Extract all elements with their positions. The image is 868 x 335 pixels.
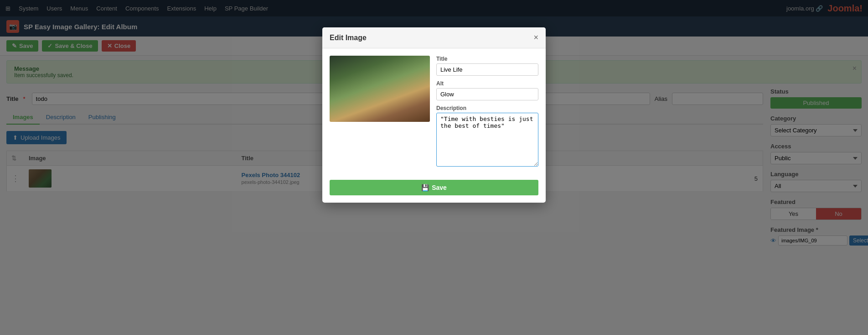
edit-image-modal: Edit Image × Title Alt Description "T (322, 27, 546, 203)
modal-body: Title Alt Description "Time with besties… (322, 48, 546, 175)
modal-alt-input[interactable] (436, 88, 538, 100)
modal-title-label: Title (436, 56, 538, 62)
modal-close-button[interactable]: × (533, 33, 538, 42)
modal-fields: Title Alt Description "Time with besties… (436, 56, 538, 168)
modal-description-label: Description (436, 105, 538, 111)
modal-overlay: Edit Image × Title Alt Description "T (0, 0, 868, 258)
modal-save-button[interactable]: 💾 Save (330, 180, 538, 195)
modal-image-preview (330, 56, 430, 122)
modal-title: Edit Image (330, 34, 367, 42)
modal-description-textarea[interactable]: "Time with besties is just the best of t… (436, 113, 538, 167)
modal-footer: 💾 Save (322, 175, 546, 203)
alt-field-group: Alt (436, 80, 538, 100)
modal-title-input[interactable] (436, 63, 538, 76)
modal-save-icon: 💾 (421, 184, 429, 191)
modal-header: Edit Image × (322, 27, 546, 48)
modal-alt-label: Alt (436, 80, 538, 87)
description-field-group: Description "Time with besties is just t… (436, 105, 538, 168)
title-field-group: Title (436, 56, 538, 76)
